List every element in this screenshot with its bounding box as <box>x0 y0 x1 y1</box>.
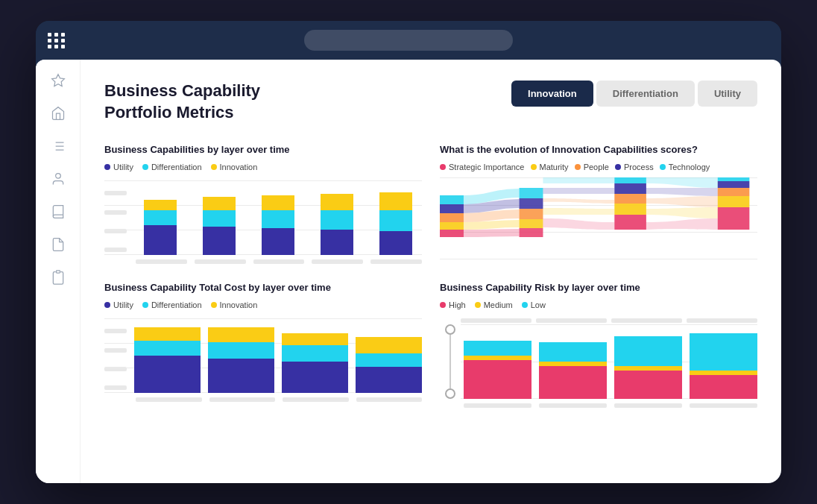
svg-rect-8 <box>56 271 60 273</box>
legend4-medium: Medium <box>475 300 513 309</box>
legend4-high-label: High <box>449 300 466 309</box>
chart-total-cost: Business Capability Total Cost by layer … <box>104 282 422 408</box>
innovation-dot <box>211 164 217 170</box>
legend3-innovation-label: Innovation <box>220 300 258 309</box>
sidebar-icon-document[interactable] <box>49 236 67 253</box>
legend-utility: Utility <box>104 163 133 171</box>
grid-icon <box>48 33 66 48</box>
svg-rect-17 <box>520 198 543 209</box>
chart3-legend: Utility Differentiation Innovation <box>104 300 422 309</box>
legend-process-label: Process <box>624 163 654 171</box>
legend3-utility-label: Utility <box>113 300 133 309</box>
legend-strategic-label: Strategic Importance <box>449 163 525 171</box>
tab-utility[interactable]: Utility <box>698 81 757 107</box>
cost-bar-2 <box>208 327 274 393</box>
chart1-area <box>104 180 422 264</box>
chart-capabilities-layer: Business Capabilities by layer over time… <box>104 144 422 264</box>
risk-bar-2 <box>539 342 607 399</box>
differentiation-dot <box>142 164 148 170</box>
title-line2: Portfolio Metrics <box>104 102 260 124</box>
browser-bar <box>36 21 781 60</box>
svg-rect-14 <box>520 228 543 237</box>
utility-dot <box>104 164 110 170</box>
svg-rect-27 <box>718 181 750 188</box>
sidebar-icon-user[interactable] <box>49 170 67 188</box>
tab-group: Innovation Differentiation Utility <box>511 81 757 107</box>
main-content: Business Capability Portfolio Metrics In… <box>81 60 781 483</box>
svg-rect-23 <box>614 177 646 183</box>
legend-technology-label: Technology <box>669 163 710 171</box>
risk-line-vert <box>449 335 451 388</box>
svg-rect-28 <box>718 177 750 181</box>
chart1-x-axis <box>104 259 422 264</box>
legend-people-label: People <box>584 163 609 171</box>
risk-bar-1 <box>464 341 531 399</box>
svg-rect-22 <box>614 183 646 194</box>
tab-differentiation[interactable]: Differentiation <box>596 81 695 107</box>
chart1-legend: Utility Differentiation Innovation <box>104 163 422 171</box>
legend4-low-label: Low <box>531 300 546 309</box>
browser-body: Business Capability Portfolio Metrics In… <box>36 60 781 483</box>
svg-rect-25 <box>718 196 750 207</box>
svg-rect-24 <box>718 207 750 230</box>
cost-bar-4 <box>356 337 422 393</box>
chart-risk: Business Capability Risk by layer over t… <box>440 282 757 408</box>
svg-rect-18 <box>520 188 543 198</box>
chart2-title: What is the evolution of Innovation Capa… <box>440 144 757 155</box>
chart4-legend: High Medium Low <box>440 300 757 309</box>
legend-maturity: Maturity <box>531 163 569 171</box>
sidebar-icon-list[interactable] <box>49 137 67 155</box>
risk-circle-bottom <box>445 388 455 399</box>
svg-rect-15 <box>520 219 543 228</box>
legend-innovation-label: Innovation <box>220 163 258 171</box>
svg-rect-12 <box>440 204 464 213</box>
chart4-y-labels-top <box>440 318 757 323</box>
svg-rect-20 <box>614 204 646 215</box>
page-title: Business Capability Portfolio Metrics <box>104 81 260 123</box>
legend3-differentiation: Differentiation <box>142 300 202 309</box>
svg-rect-26 <box>718 188 750 196</box>
risk-circle-top <box>445 324 455 335</box>
browser-window: Business Capability Portfolio Metrics In… <box>36 21 781 483</box>
legend-differentiation: Differentiation <box>142 163 202 171</box>
sankey-svg <box>440 177 757 259</box>
legend-innovation: Innovation <box>211 163 258 171</box>
tab-innovation[interactable]: Innovation <box>511 81 593 107</box>
cost-bar-1 <box>134 327 201 393</box>
chart-innovation-scores: What is the evolution of Innovation Capa… <box>440 144 757 264</box>
risk-bar-4 <box>690 333 757 399</box>
address-bar[interactable] <box>304 30 513 51</box>
sidebar-icon-book[interactable] <box>49 203 67 221</box>
title-line1: Business Capability <box>104 81 260 102</box>
legend3-innovation: Innovation <box>211 300 258 309</box>
legend3-utility: Utility <box>104 300 133 309</box>
bar-group-5 <box>370 192 422 255</box>
legend-differentiation-label: Differentiation <box>151 163 202 171</box>
cost-bar-3 <box>282 333 348 393</box>
bar-group-3 <box>252 195 303 255</box>
legend3-differentiation-label: Differentiation <box>151 300 202 309</box>
sidebar <box>36 60 81 483</box>
svg-rect-13 <box>440 195 464 204</box>
svg-marker-0 <box>51 75 64 86</box>
chart2-flow-area <box>440 177 757 259</box>
legend-process: Process <box>615 163 654 171</box>
bar-group-4 <box>312 194 363 255</box>
chart3-title: Business Capability Total Cost by layer … <box>104 282 422 293</box>
sidebar-icon-clipboard[interactable] <box>49 268 67 286</box>
svg-rect-10 <box>440 222 464 230</box>
sidebar-icon-home[interactable] <box>49 104 67 122</box>
legend-maturity-label: Maturity <box>540 163 569 171</box>
svg-rect-11 <box>440 213 464 222</box>
svg-rect-19 <box>614 215 646 230</box>
legend4-high: High <box>440 300 466 309</box>
svg-rect-21 <box>614 194 646 204</box>
chart4-title: Business Capability Risk by layer over t… <box>440 282 757 293</box>
legend4-low: Low <box>522 300 546 309</box>
legend-people: People <box>575 163 609 171</box>
legend-utility-label: Utility <box>113 163 133 171</box>
chart2-legend: Strategic Importance Maturity People <box>440 163 757 171</box>
sidebar-icon-star[interactable] <box>49 72 67 89</box>
legend4-medium-label: Medium <box>484 300 513 309</box>
chart4-x-axis <box>440 403 757 408</box>
